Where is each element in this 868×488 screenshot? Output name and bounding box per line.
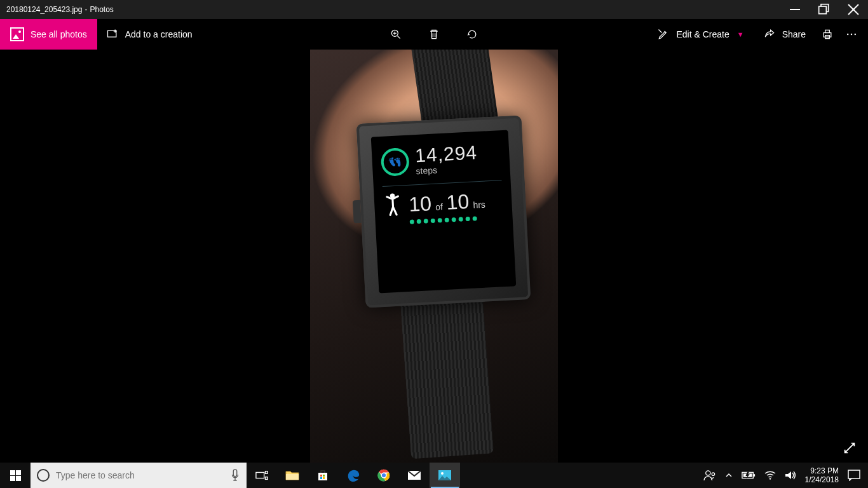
hours-total: 10 <box>446 189 470 214</box>
steps-icon: 👣 <box>381 147 410 177</box>
more-button[interactable] <box>845 19 858 50</box>
search-input[interactable] <box>56 470 224 480</box>
task-view-button[interactable] <box>247 463 277 488</box>
add-creation-label: Add to a creation <box>125 29 193 39</box>
watch-body: 👣 14,294 steps 10 of <box>356 115 531 308</box>
svg-point-39 <box>441 472 444 475</box>
svg-rect-28 <box>265 471 268 474</box>
svg-rect-23 <box>16 470 21 475</box>
edge-icon <box>346 468 360 482</box>
more-icon <box>845 28 858 41</box>
svg-point-45 <box>769 478 770 479</box>
watch-screen: 👣 14,294 steps 10 of <box>371 130 517 294</box>
svg-rect-24 <box>10 476 15 481</box>
volume-icon[interactable] <box>785 470 796 480</box>
photo-content: 👣 14,294 steps 10 of <box>310 50 558 463</box>
svg-rect-34 <box>323 477 325 479</box>
svg-rect-46 <box>848 470 860 478</box>
file-explorer-button[interactable] <box>277 463 308 488</box>
rotate-button[interactable] <box>466 19 478 50</box>
svg-rect-26 <box>233 470 236 477</box>
app-toolbar: See all photos Add to a creation Edit & … <box>0 19 868 50</box>
svg-line-14 <box>659 30 662 33</box>
edit-create-button[interactable]: Edit & Create ▼ <box>653 19 747 50</box>
people-icon[interactable] <box>703 470 716 481</box>
edit-icon <box>657 28 670 41</box>
chevron-down-icon: ▼ <box>737 30 744 38</box>
see-all-label: See all photos <box>31 29 87 39</box>
cortana-icon <box>37 469 50 482</box>
share-label: Share <box>782 29 806 39</box>
steps-value: 14,294 <box>415 143 478 165</box>
delete-button[interactable] <box>428 19 440 50</box>
store-icon <box>316 469 329 482</box>
active-person-icon <box>383 192 403 219</box>
hours-unit: hrs <box>473 199 485 210</box>
zoom-in-icon <box>390 28 402 41</box>
svg-rect-29 <box>265 477 268 480</box>
minimize-button[interactable] <box>780 0 810 19</box>
svg-rect-31 <box>320 475 322 477</box>
see-all-photos-button[interactable]: See all photos <box>0 19 97 50</box>
svg-rect-33 <box>320 477 322 479</box>
mail-icon <box>407 470 421 480</box>
window-filename: 20180124_205423.jpg <box>6 5 82 14</box>
share-button[interactable]: Share <box>759 19 810 50</box>
mic-icon <box>230 469 240 482</box>
rotate-icon <box>466 28 478 41</box>
maximize-button[interactable] <box>810 0 839 19</box>
zoom-button[interactable] <box>390 19 402 50</box>
svg-rect-25 <box>16 476 21 481</box>
edge-button[interactable] <box>338 463 369 488</box>
photos-icon <box>438 470 452 481</box>
add-creation-icon <box>106 28 119 41</box>
steps-label: steps <box>416 163 478 175</box>
close-button[interactable] <box>839 0 868 19</box>
tray-overflow-icon[interactable] <box>725 471 733 479</box>
folder-icon <box>285 470 299 481</box>
tray-time: 9:23 PM <box>805 466 839 475</box>
svg-point-20 <box>855 34 857 36</box>
store-button[interactable] <box>308 463 338 488</box>
svg-rect-27 <box>256 472 264 478</box>
edit-create-label: Edit & Create <box>676 29 729 39</box>
trash-icon <box>428 28 440 41</box>
task-view-icon <box>255 470 268 480</box>
notifications-icon[interactable] <box>848 470 860 481</box>
print-button[interactable] <box>821 19 834 50</box>
wifi-icon[interactable] <box>764 471 776 480</box>
taskbar-clock[interactable]: 9:23 PM 1/24/2018 <box>805 466 839 485</box>
svg-point-36 <box>381 473 386 478</box>
share-icon <box>763 28 776 41</box>
svg-rect-16 <box>825 30 830 32</box>
chrome-button[interactable] <box>369 463 399 488</box>
svg-rect-15 <box>824 33 831 37</box>
svg-rect-22 <box>10 470 15 475</box>
print-icon <box>821 28 834 41</box>
svg-point-18 <box>847 34 849 36</box>
svg-rect-2 <box>819 6 827 14</box>
system-tray: 9:23 PM 1/24/2018 <box>703 466 868 485</box>
add-to-creation-button[interactable]: Add to a creation <box>97 19 201 50</box>
taskbar-search[interactable] <box>31 463 247 488</box>
fullscreen-button[interactable] <box>843 441 857 455</box>
window-appname: Photos <box>90 5 113 14</box>
photo-viewport[interactable]: 👣 14,294 steps 10 of <box>0 50 868 463</box>
svg-line-9 <box>398 36 400 39</box>
mail-button[interactable] <box>399 463 430 488</box>
fullscreen-icon <box>843 441 857 455</box>
photos-app-button[interactable] <box>430 463 460 488</box>
battery-icon[interactable] <box>742 471 756 480</box>
svg-point-41 <box>712 473 715 476</box>
svg-point-19 <box>851 34 853 36</box>
hours-done: 10 <box>408 192 431 217</box>
svg-point-40 <box>705 471 710 475</box>
chrome-icon <box>377 469 390 482</box>
collection-icon <box>10 27 24 41</box>
svg-rect-32 <box>323 475 325 477</box>
start-button[interactable] <box>0 463 31 488</box>
windows-icon <box>10 470 21 481</box>
taskbar: 9:23 PM 1/24/2018 <box>0 463 868 488</box>
svg-rect-30 <box>286 474 299 480</box>
hours-of: of <box>435 201 444 212</box>
